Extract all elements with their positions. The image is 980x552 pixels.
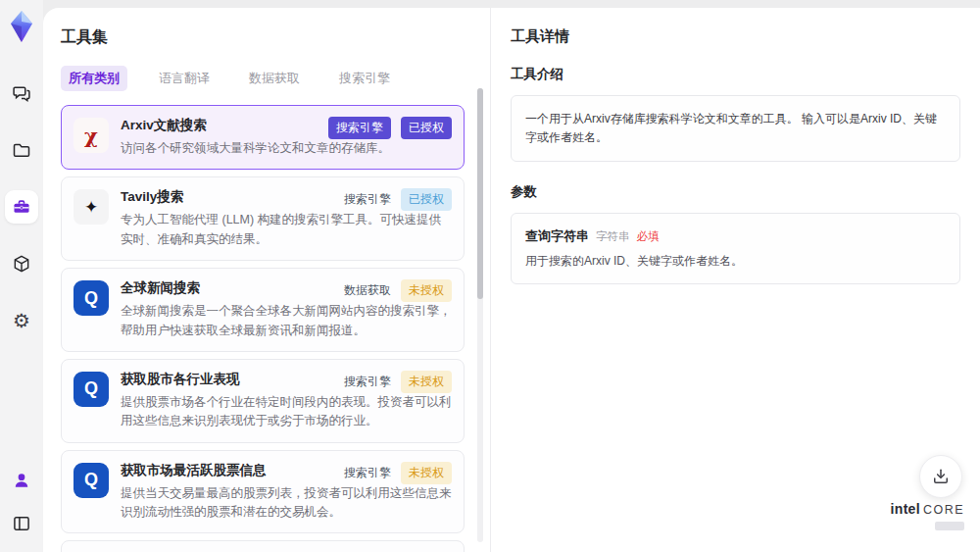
- category-badge: 数据获取: [344, 279, 391, 302]
- intel-brand-text: intel: [891, 502, 920, 517]
- chat-icon: [12, 83, 31, 103]
- folder-icon: [12, 140, 31, 160]
- download-button[interactable]: [919, 455, 962, 498]
- active-stock-icon: Q: [74, 463, 109, 498]
- tool-card-global-news[interactable]: Q 数据获取 未授权 全球新闻搜索 全球新闻搜索是一个聚合全球各大新闻网站内容的…: [61, 268, 465, 352]
- panel-collapse-icon: [12, 514, 31, 533]
- gear-icon: ⚙: [13, 311, 30, 330]
- auth-status-badge: 已授权: [401, 117, 452, 139]
- user-avatar-icon: [12, 471, 31, 490]
- intel-core-sub-badge: [935, 522, 964, 530]
- sidebar-item-toolbox[interactable]: [5, 190, 38, 224]
- list-scrollbar-thumb[interactable]: [477, 88, 483, 299]
- params-box: 查询字符串 字符串 必填 用于搜索的Arxiv ID、关键字或作者姓名。: [511, 213, 960, 284]
- tool-description: 提供当天交易量最高的股票列表，投资者可以利用这些信息来识别流动性强的股票和潜在的…: [121, 484, 452, 523]
- tool-description: 专为人工智能代理 (LLM) 构建的搜索引擎工具。可快速提供实时、准确和真实的结…: [121, 211, 452, 249]
- tab-search-engine[interactable]: 搜索引擎: [331, 66, 398, 91]
- collapse-sidebar-button[interactable]: [5, 507, 38, 540]
- param-type: 字符串: [596, 229, 630, 244]
- download-icon: [931, 467, 951, 486]
- tool-card-active-stocks[interactable]: Q 搜索引擎 未授权 获取市场最活跃股票信息 提供当天交易量最高的股票列表，投资…: [61, 450, 465, 534]
- list-scrollbar[interactable]: [477, 88, 483, 542]
- auth-status-badge: 未授权: [401, 279, 452, 302]
- auth-status-badge: 已授权: [401, 188, 452, 211]
- tavily-icon: ✦: [74, 189, 109, 225]
- param-name: 查询字符串: [525, 227, 589, 245]
- tool-detail-panel: 工具详情 工具介绍 一个用于从Arxiv存储库搜索科学论文和文章的工具。 输入可…: [490, 8, 980, 552]
- auth-status-badge: 未授权: [401, 371, 452, 393]
- left-sidebar: ⚙: [0, 0, 43, 552]
- page-title: 工具集: [61, 27, 465, 48]
- app-logo-icon: [8, 10, 35, 43]
- intro-text: 一个用于从Arxiv存储库搜索科学论文和文章的工具。 输入可以是Arxiv ID…: [525, 110, 946, 147]
- core-brand-text: CORE: [923, 504, 964, 518]
- category-badge: 搜索引擎: [344, 188, 391, 211]
- sidebar-item-chat[interactable]: [5, 76, 38, 110]
- stock-sector-icon: Q: [74, 372, 109, 407]
- category-tabs: 所有类别 语言翻译 数据获取 搜索引擎: [61, 66, 465, 91]
- tool-card-arxiv[interactable]: χ 搜索引擎 已授权 Arxiv文献搜索 访问各个研究领域大量科学论文和文章的存…: [61, 105, 465, 170]
- tool-card-stock-sector[interactable]: Q 搜索引擎 未授权 获取股市各行业表现 提供股票市场各个行业在特定时间段内的表…: [61, 359, 465, 443]
- intel-core-logo: intel CORE: [891, 502, 964, 534]
- sidebar-item-plugins[interactable]: [5, 247, 38, 280]
- sidebar-item-files[interactable]: [5, 133, 38, 167]
- toolbox-icon: [12, 197, 31, 217]
- tool-description: 访问各个研究领域大量科学论文和文章的存储库。: [121, 139, 452, 158]
- tool-card-region-news[interactable]: 搜索引擎 未授权 万维地区新闻查询 查询具体行政区划内的新闻，快速了解各地新闻动: [61, 540, 465, 552]
- params-heading: 参数: [511, 183, 960, 201]
- param-required-flag: 必填: [637, 229, 660, 244]
- intro-heading: 工具介绍: [511, 66, 960, 83]
- category-badge: 搜索引擎: [344, 462, 391, 484]
- tool-description: 全球新闻搜索是一个聚合全球各大新闻网站内容的搜索引擎，帮助用户快速获取全球最新资…: [121, 302, 452, 340]
- param-row: 查询字符串 字符串 必填: [525, 227, 946, 245]
- category-badge: 搜索引擎: [344, 371, 391, 393]
- tool-card-tavily[interactable]: ✦ 搜索引擎 已授权 Tavily搜索 专为人工智能代理 (LLM) 构建的搜索…: [61, 176, 465, 261]
- detail-title: 工具详情: [511, 27, 960, 46]
- main-surface: 工具集 所有类别 语言翻译 数据获取 搜索引擎 χ 搜索引擎 已授权 Arxiv…: [43, 8, 980, 552]
- tools-list-panel: 工具集 所有类别 语言翻译 数据获取 搜索引擎 χ 搜索引擎 已授权 Arxiv…: [43, 8, 490, 552]
- tab-all-categories[interactable]: 所有类别: [61, 66, 127, 91]
- cube-icon: [12, 254, 31, 274]
- news-search-icon: Q: [74, 280, 109, 316]
- category-badge: 搜索引擎: [328, 117, 391, 139]
- auth-status-badge: 未授权: [401, 462, 452, 484]
- arxiv-icon: χ: [74, 118, 109, 153]
- tool-description: 提供股票市场各个行业在特定时间段内的表现。投资者可以利用这些信息来识别表现优于或…: [121, 393, 452, 431]
- user-avatar-button[interactable]: [5, 464, 38, 497]
- intro-box: 一个用于从Arxiv存储库搜索科学论文和文章的工具。 输入可以是Arxiv ID…: [511, 95, 960, 162]
- tool-card-list: χ 搜索引擎 已授权 Arxiv文献搜索 访问各个研究领域大量科学论文和文章的存…: [61, 105, 465, 552]
- sidebar-item-settings[interactable]: ⚙: [5, 304, 38, 337]
- tab-data-acquisition[interactable]: 数据获取: [241, 66, 308, 91]
- param-description: 用于搜索的Arxiv ID、关键字或作者姓名。: [525, 253, 946, 270]
- tab-language-translation[interactable]: 语言翻译: [151, 66, 218, 91]
